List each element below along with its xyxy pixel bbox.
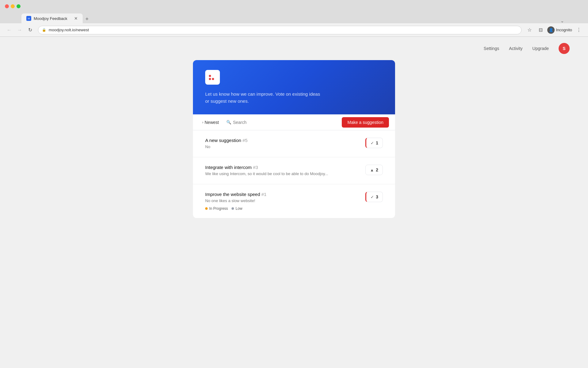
suggestion-tags: In ProgressLow [205,206,359,211]
activity-link[interactable]: Activity [509,46,522,51]
forward-button[interactable]: → [15,26,24,34]
vote-button[interactable]: ✓3 [365,192,383,202]
top-nav: Settings Activity Upgrade S [0,37,588,60]
omnibar-actions: ☆ ⊟ 👤 Incognito ⋮ [525,26,583,34]
reload-button[interactable]: ↻ [26,26,34,34]
filter-label: Newest [205,120,219,125]
search-button[interactable]: 🔍 Search [223,118,250,127]
logo-dot-2 [212,75,214,77]
vote-button[interactable]: ▲2 [365,165,383,175]
vote-count: 1 [376,140,378,145]
main-container: Let us know how we can improve. Vote on … [193,60,395,218]
tag-label: In Progress [209,206,228,211]
suggestion-item: A new suggestion #5No✓1 [193,130,395,157]
suggestion-description: We like using Intercom, so it would be c… [205,171,359,177]
minimize-button[interactable] [11,4,15,8]
tag: In Progress [205,206,228,211]
incognito-icon: 👤 [547,26,555,34]
lock-icon: 🔒 [42,28,46,32]
incognito-button[interactable]: 👤 Incognito [547,26,572,34]
split-view-button[interactable]: ⊟ [536,26,545,34]
tab-favicon: M [26,16,31,21]
suggestion-content: Integrate with intercom #3We like using … [205,165,359,177]
tag-label: Low [236,206,242,211]
check-icon: ✓ [371,195,374,199]
search-icon: 🔍 [226,120,231,125]
chevron-icon: › [202,120,203,125]
browser-titlebar [0,0,588,12]
tag-dot [232,207,234,210]
suggestions-list: A new suggestion #5No✓1Integrate with in… [193,130,395,218]
menu-button[interactable]: ⋮ [575,26,583,34]
suggestion-content: Improve the website speed #1No one likes… [205,192,359,210]
suggestion-content: A new suggestion #5No [205,138,359,150]
avatar[interactable]: S [559,43,570,54]
upgrade-link[interactable]: Upgrade [532,46,549,51]
url-text: moodjoy.nolt.io/newest [49,28,89,32]
suggestion-title: A new suggestion #5 [205,138,359,143]
toolbar: › Newest 🔍 Search Make a suggestion [193,114,395,130]
suggestion-title: Improve the website speed #1 [205,192,359,197]
tag: Low [232,206,242,211]
logo-dot-6 [215,78,217,80]
search-label: Search [233,120,247,125]
logo-dot-5 [212,78,214,80]
page-content: Settings Activity Upgrade S Let us know … [0,37,588,368]
logo-dot-1 [209,75,211,77]
check-icon: ✓ [371,141,374,145]
suggestion-item: Integrate with intercom #3We like using … [193,157,395,184]
bookmark-button[interactable]: ☆ [525,26,534,34]
vote-button[interactable]: ✓1 [365,138,383,148]
vote-count: 3 [376,194,378,199]
incognito-label: Incognito [556,28,572,32]
traffic-lights [5,4,21,8]
tag-dot [205,207,208,210]
tab-title: Moodjoy Feedback [34,16,67,21]
make-suggestion-button[interactable]: Make a suggestion [342,117,389,128]
logo-dots [209,75,216,80]
filter-button[interactable]: › Newest [199,118,222,127]
settings-link[interactable]: Settings [484,46,499,51]
omnibar: ← → ↻ 🔒 moodjoy.nolt.io/newest ☆ ⊟ 👤 Inc… [0,23,588,37]
upvote-icon: ▲ [370,168,374,172]
address-bar[interactable]: 🔒 moodjoy.nolt.io/newest [38,26,522,34]
suggestion-description: No [205,144,359,150]
browser-chrome: M Moodjoy Feedback ✕ + ⌄ ← → ↻ 🔒 moodjoy… [0,0,588,37]
suggestion-title: Integrate with intercom #3 [205,165,359,170]
new-tab-button[interactable]: + [83,15,91,23]
suggestion-description: No one likes a slow website! [205,198,359,204]
banner: Let us know how we can improve. Vote on … [193,60,395,114]
suggestion-item: Improve the website speed #1No one likes… [193,184,395,218]
banner-logo [205,70,220,85]
maximize-button[interactable] [17,4,21,8]
tab-close-button[interactable]: ✕ [74,16,78,21]
browser-tab[interactable]: M Moodjoy Feedback ✕ [21,13,83,23]
close-button[interactable] [5,4,9,8]
back-button[interactable]: ← [5,26,13,34]
banner-description: Let us know how we can improve. Vote on … [205,91,322,105]
logo-dot-4 [209,78,211,80]
logo-dot-3 [215,75,217,77]
vote-count: 2 [376,167,378,172]
nav-buttons: ← → ↻ [5,26,34,34]
tab-dropdown-button[interactable]: ⌄ [560,18,564,23]
